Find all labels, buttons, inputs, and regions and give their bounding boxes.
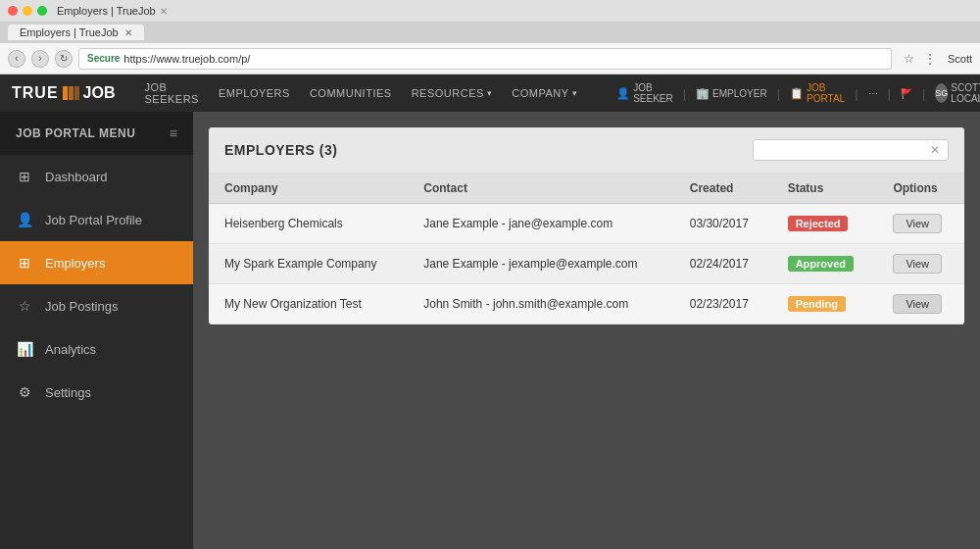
sidebar-title: JOB PORTAL MENU [16,126,135,140]
cell-company: My New Organization Test [209,284,408,324]
sidebar-toggle-icon[interactable]: ≡ [170,125,177,141]
nav-portal-btn[interactable]: 📋 Job Portal [790,82,845,104]
logo-job: JOB [83,84,116,102]
sidebar-header: JOB PORTAL MENU ≡ [0,112,193,155]
cell-created: 02/23/2017 [674,284,772,324]
col-contact: Contact [408,174,674,204]
cell-contact: Jane Example - jane@example.com [408,204,674,244]
nav-more-btn[interactable]: ⋯ [868,88,878,99]
sidebar-label-analytics: Analytics [45,342,96,357]
nav-sep-3: | [855,86,858,101]
view-button[interactable]: View [893,254,942,274]
browser-icons: ☆ ⋮ [902,51,938,67]
menu-icon[interactable]: ⋮ [922,51,938,67]
view-button[interactable]: View [893,294,942,314]
status-badge: Pending [788,296,846,312]
profile-icon: 👤 [16,212,33,227]
main-nav: TRUE JOB Job Seekers Employers Communiti… [0,75,980,112]
sidebar-item-settings[interactable]: ⚙ Settings [0,371,193,414]
table-row: My Spark Example Company Jane Example - … [209,244,964,284]
col-status: Status [772,174,878,204]
table-header: Company Contact Created Status Options [209,174,964,204]
app-layout: JOB PORTAL MENU ≡ ⊞ Dashboard 👤 Job Port… [0,112,980,549]
cell-status: Rejected [772,204,878,244]
employers-table: Company Contact Created Status Options H… [209,174,964,324]
employer-icon: 🏢 [696,87,710,100]
analytics-icon: 📊 [16,341,33,357]
nav-job-seekers[interactable]: Job Seekers [144,81,198,105]
refresh-button[interactable]: ↻ [55,50,73,68]
back-button[interactable]: ‹ [8,50,25,68]
search-input[interactable] [761,143,926,157]
sidebar-item-profile[interactable]: 👤 Job Portal Profile [0,198,193,241]
employers-icon: ⊞ [16,255,33,271]
url-text: https://www.truejob.com/p/ [123,53,250,65]
window-controls[interactable] [8,6,47,16]
status-badge: Rejected [788,216,849,231]
nav-user-area[interactable]: SG Scott Goci Localhost ▾ [935,82,980,104]
sidebar-label-dashboard: Dashboard [45,170,108,184]
panel-header: EMPLOYERS (3) ✕ [209,127,964,174]
panel-title: EMPLOYERS (3) [224,142,337,158]
sidebar-label-profile: Job Portal Profile [45,213,142,227]
nav-job-seeker-btn[interactable]: 👤 Job Seeker [616,82,673,104]
maximize-dot[interactable] [37,6,47,16]
cell-options: View [877,284,964,324]
search-clear-button[interactable]: ✕ [930,143,940,157]
forward-button[interactable]: › [31,50,49,68]
cell-contact: Jane Example - jexample@example.com [408,244,674,284]
resources-caret: ▾ [487,88,493,98]
nav-communities[interactable]: Communities [310,87,392,99]
nav-sep-5: | [922,86,925,101]
portal-icon: 📋 [790,87,804,100]
close-tab-btn[interactable]: ✕ [160,6,168,17]
cell-created: 03/30/2017 [674,204,772,244]
sidebar-item-employers[interactable]: ⊞ Employers [0,241,193,284]
cell-created: 02/24/2017 [674,244,772,284]
search-box[interactable]: ✕ [753,139,949,161]
sidebar-item-job-postings[interactable]: ☆ Job Postings [0,284,193,327]
company-caret: ▾ [572,88,578,98]
cell-company: My Spark Example Company [209,244,408,284]
sidebar-item-dashboard[interactable]: ⊞ Dashboard [0,155,193,198]
nav-sep-4: | [888,86,891,101]
nav-employers[interactable]: Employers [219,87,290,99]
settings-icon: ⚙ [16,384,33,400]
sidebar: JOB PORTAL MENU ≡ ⊞ Dashboard 👤 Job Port… [0,112,193,549]
nav-resources[interactable]: Resources ▾ [412,87,493,99]
table-row: My New Organization Test John Smith - jo… [209,284,964,324]
tab-title: Employers | TrueJob [20,26,119,38]
title-bar: Employers | TrueJob ✕ [0,0,980,22]
sidebar-label-employers: Employers [45,256,105,271]
nav-sep-2: | [777,86,780,101]
tab-close-button[interactable]: ✕ [124,27,132,38]
sidebar-label-settings: Settings [45,385,91,400]
nav-employer-btn[interactable]: 🏢 Employer [696,87,767,100]
table-row: Heisenberg Chemicals Jane Example - jane… [209,204,964,244]
job-postings-icon: ☆ [16,298,33,314]
col-created: Created [674,174,772,204]
main-content: EMPLOYERS (3) ✕ Company Contact Created … [193,112,980,549]
sidebar-item-analytics[interactable]: 📊 Analytics [0,327,193,371]
logo-boxes [63,86,79,100]
window-title: Employers | TrueJob [57,5,156,17]
secure-badge: Secure [87,53,120,64]
col-company: Company [209,174,408,204]
nav-right: 👤 Job Seeker | 🏢 Employer | 📋 Job Portal… [616,82,980,104]
nav-sep-1: | [683,86,686,101]
active-tab[interactable]: Employers | TrueJob ✕ [8,25,144,40]
close-dot[interactable] [8,6,18,16]
view-button[interactable]: View [893,214,942,233]
nav-company[interactable]: Company ▾ [512,87,577,99]
user-avatar: SG [935,83,948,103]
address-bar[interactable]: Secure https://www.truejob.com/p/ [78,48,892,70]
employers-panel: EMPLOYERS (3) ✕ Company Contact Created … [209,127,964,324]
cell-company: Heisenberg Chemicals [209,204,408,244]
logo[interactable]: TRUE JOB [12,84,115,102]
sidebar-label-job-postings: Job Postings [45,299,118,314]
cell-options: View [877,204,964,244]
star-icon[interactable]: ☆ [902,51,917,67]
nav-flag-btn[interactable]: 🚩 [901,88,912,99]
job-seeker-icon: 👤 [616,87,630,100]
minimize-dot[interactable] [23,6,32,16]
